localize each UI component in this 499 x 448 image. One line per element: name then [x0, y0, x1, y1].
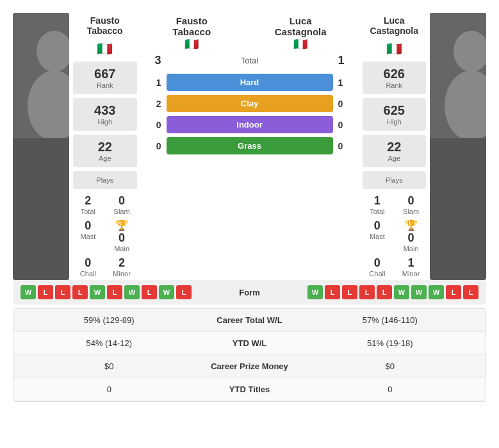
form-badge-w: W	[159, 285, 174, 299]
right-stats-grid: 1 Total 0 Slam 0 Mast 🏆 0 Main 0	[363, 194, 427, 278]
left-high-box: 433 High	[73, 98, 137, 131]
center-left-flag: 🇮🇹	[172, 37, 211, 51]
comparison-row-2: $0 Career Prize Money $0	[13, 355, 486, 378]
form-badge-w: W	[429, 285, 444, 299]
center-right-name: LucaCastagnola	[275, 15, 327, 37]
right-main-value: 0	[396, 231, 426, 245]
right-main-cell: 🏆 0 Main	[396, 219, 426, 253]
surface-right-indoor: 0	[333, 120, 359, 130]
left-minor-label: Minor	[107, 270, 137, 278]
form-badge-l: L	[72, 285, 88, 299]
page-container: Fausto Tabacco 🇮🇹 667 Rank 433 High 22 A…	[0, 0, 499, 408]
surface-row-grass: 0 Grass 0	[141, 137, 359, 154]
total-label: Total	[167, 56, 333, 65]
left-rank-box: 667 Rank	[73, 62, 137, 94]
form-badge-l: L	[377, 285, 392, 299]
form-badge-l: L	[342, 285, 357, 299]
right-minor-label: Minor	[396, 270, 426, 278]
left-minor-cell: 2 Minor	[107, 256, 137, 278]
left-mast-value: 0	[73, 219, 103, 233]
comp-left-3: 0	[20, 385, 199, 394]
right-rank-box: 626 Rank	[363, 62, 427, 94]
form-badge-w: W	[124, 285, 140, 299]
comparison-row-1: 54% (14-12) YTD W/L 51% (19-18)	[13, 332, 486, 355]
right-slam-label: Slam	[396, 208, 426, 215]
comp-left-1: 54% (14-12)	[20, 338, 199, 348]
surface-row-indoor: 0 Indoor 0	[141, 116, 359, 133]
left-stats-column: Fausto Tabacco 🇮🇹 667 Rank 433 High 22 A…	[70, 13, 140, 280]
surface-btn-hard[interactable]: Hard	[167, 74, 333, 91]
surface-right-clay: 0	[333, 99, 359, 109]
left-trophy-icon: 🏆	[115, 220, 128, 231]
left-slam-label: Slam	[107, 208, 137, 215]
right-age-box: 22 Age	[363, 135, 427, 167]
left-age-value: 22	[81, 140, 129, 154]
left-mast-cell: 0 Mast	[73, 219, 103, 253]
right-slam-value: 0	[396, 194, 426, 208]
comparison-row-3: 0 YTD Titles 0	[13, 378, 486, 401]
left-player-flag: 🇮🇹	[97, 41, 113, 56]
form-badge-l: L	[176, 285, 192, 299]
right-stats-column: Luca Castagnola 🇮🇹 626 Rank 625 High 22 …	[360, 13, 429, 280]
right-main-label: Main	[396, 245, 426, 253]
right-mast-label: Mast	[363, 233, 393, 240]
center-section: FaustoTabacco 🇮🇹 LucaCastagnola 🇮🇹 3 Tot…	[141, 13, 359, 280]
right-rank-label: Rank	[370, 81, 419, 89]
surface-left-clay: 2	[141, 99, 167, 109]
right-player-name: Luca Castagnola	[363, 15, 427, 36]
total-right-value: 1	[333, 54, 359, 67]
surface-btn-grass[interactable]: Grass	[167, 137, 333, 154]
left-main-label: Main	[107, 245, 137, 253]
comp-right-2: $0	[301, 361, 480, 371]
surface-btn-indoor[interactable]: Indoor	[167, 116, 333, 133]
comp-label-2: Career Prize Money	[199, 361, 301, 371]
right-total-label: Total	[363, 208, 393, 215]
main-comparison: Fausto Tabacco 🇮🇹 667 Rank 433 High 22 A…	[6, 6, 493, 280]
center-right-flag: 🇮🇹	[275, 37, 327, 51]
form-badge-l: L	[463, 285, 479, 299]
form-section: WLLLWLWLWL Form WLLLLWWWLL	[13, 280, 486, 304]
right-rank-value: 626	[370, 67, 419, 81]
left-chall-label: Chall	[73, 270, 103, 278]
left-high-value: 433	[81, 103, 129, 118]
left-rank-value: 667	[81, 67, 129, 81]
left-chall-value: 0	[73, 256, 103, 270]
right-total-cell: 1 Total	[363, 194, 393, 215]
right-chall-cell: 0 Chall	[363, 256, 393, 278]
form-badge-w: W	[394, 285, 409, 299]
form-left-badges: WLLLWLWLWL	[20, 285, 220, 299]
left-stats-grid: 2 Total 0 Slam 0 Mast 🏆 0 Main 0	[73, 194, 137, 278]
comparison-rows: 59% (129-89) Career Total W/L 57% (146-1…	[13, 309, 486, 401]
form-badge-w: W	[20, 285, 36, 299]
left-plays-box: Plays	[73, 171, 137, 189]
form-badge-l: L	[325, 285, 340, 299]
right-high-box: 625 High	[363, 98, 427, 131]
total-row: 3 Total 1	[141, 54, 359, 67]
left-rank-label: Rank	[81, 81, 129, 89]
right-total-value: 1	[363, 194, 393, 208]
right-high-value: 625	[370, 103, 419, 118]
right-chall-value: 0	[363, 256, 393, 270]
center-left-name-group: FaustoTabacco 🇮🇹	[172, 15, 211, 51]
right-trophy-icon: 🏆	[405, 220, 418, 231]
right-minor-cell: 1 Minor	[396, 256, 426, 278]
center-right-name-group: LucaCastagnola 🇮🇹	[275, 15, 327, 51]
right-age-label: Age	[370, 154, 419, 162]
form-badge-l: L	[142, 285, 157, 299]
left-age-box: 22 Age	[73, 135, 137, 167]
surface-right-grass: 0	[333, 141, 359, 151]
form-badge-w: W	[307, 285, 323, 299]
left-mast-label: Mast	[73, 233, 103, 240]
left-slam-cell: 0 Slam	[107, 194, 137, 215]
center-left-name: FaustoTabacco	[172, 15, 211, 37]
left-main-cell: 🏆 0 Main	[107, 219, 137, 253]
comp-label-1: YTD W/L	[199, 338, 301, 348]
surface-btn-clay[interactable]: Clay	[167, 95, 333, 112]
surface-left-hard: 1	[141, 78, 167, 88]
right-high-label: High	[370, 118, 419, 126]
left-minor-value: 2	[107, 256, 137, 270]
form-badge-l: L	[55, 285, 70, 299]
right-slam-cell: 0 Slam	[396, 194, 426, 215]
comp-left-0: 59% (129-89)	[20, 315, 199, 325]
form-badge-l: L	[107, 285, 122, 299]
